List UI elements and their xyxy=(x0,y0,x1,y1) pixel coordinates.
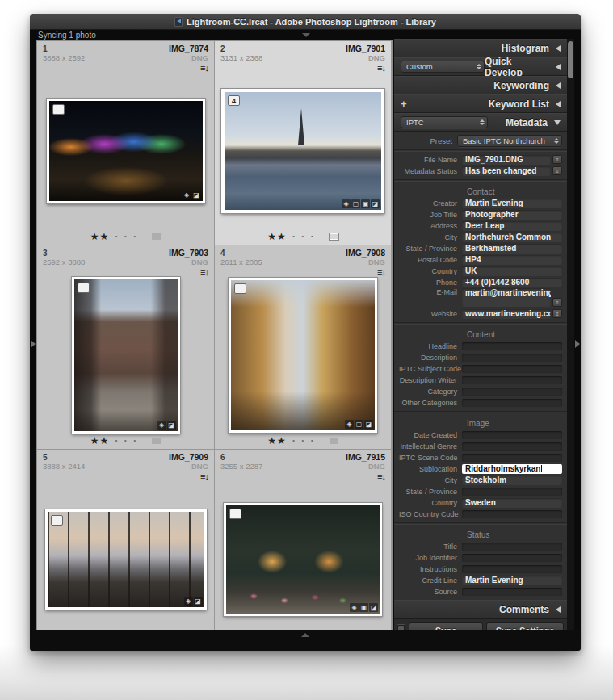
metadata-field-value[interactable] xyxy=(462,442,562,451)
panel-header-quick-develop[interactable]: Custom Quick Develop xyxy=(394,57,567,76)
quick-develop-preset-dropdown[interactable]: Custom xyxy=(401,61,485,73)
expand-left-panel-icon[interactable] xyxy=(31,340,36,348)
grid-cell[interactable]: 1 IMG_7874 3888 x 2592 DNG ≡↓ ◈◪ ★★ ··· xyxy=(37,41,215,245)
color-label-badge[interactable] xyxy=(152,233,161,240)
panel-header-metadata[interactable]: IPTC Metadata xyxy=(394,113,567,132)
rating-dots[interactable]: ··· xyxy=(115,233,142,241)
metadata-sync-icon[interactable]: ≡↓ xyxy=(200,472,208,481)
metadata-field-value[interactable] xyxy=(462,431,562,439)
metadata-sync-icon[interactable]: ≡↓ xyxy=(377,267,385,277)
crop-badge-icon[interactable]: ▢ xyxy=(351,199,360,208)
metadata-field-value[interactable] xyxy=(462,365,562,373)
field-action-button[interactable]: ≡ xyxy=(552,166,562,175)
field-action-button[interactable]: ≡ xyxy=(552,298,562,307)
metadata-field-value[interactable]: Sweden xyxy=(462,498,562,508)
develop-badge-icon[interactable]: ◪ xyxy=(371,199,380,208)
grid-cell[interactable]: 4 IMG_7908 2611 x 2005 DNG ≡↓ ◈▢◪ ★★ ··· xyxy=(215,245,392,450)
metadata-field-value[interactable]: Martin Evening xyxy=(462,199,562,208)
metadata-field-value[interactable] xyxy=(462,543,562,551)
rating-row[interactable]: ★★ ··· xyxy=(37,434,214,446)
photo-thumbnail[interactable]: ◈▣◪ xyxy=(226,505,380,614)
rating-stars[interactable]: ★★ xyxy=(267,231,287,242)
keywords-badge-icon[interactable]: ◈ xyxy=(184,597,193,606)
panel-scrollbar-thumb[interactable] xyxy=(568,41,573,78)
photo-thumbnail[interactable]: ◈◪ xyxy=(49,101,203,201)
rating-dots[interactable]: ··· xyxy=(292,437,320,445)
metadata-field-value[interactable] xyxy=(462,454,562,462)
keywords-badge-icon[interactable]: ◈ xyxy=(157,421,166,430)
metadata-sync-icon[interactable]: ≡↓ xyxy=(377,472,385,481)
color-label-badge[interactable] xyxy=(330,438,338,444)
grid-cell[interactable]: 2 IMG_7901 3131 x 2368 DNG ≡↓ 4 ◈▢▣◪ ★★ … xyxy=(215,41,392,245)
keywords-badge-icon[interactable]: ◈ xyxy=(183,191,191,199)
collapse-bottom-panel-icon[interactable] xyxy=(301,633,309,637)
stack-count-badge[interactable] xyxy=(51,515,63,526)
keywords-badge-icon[interactable]: ◈ xyxy=(350,603,359,612)
metadata-field-value[interactable]: +44 (0)1442 8600 xyxy=(462,278,562,287)
metadata-field-value[interactable]: HP4 xyxy=(462,255,562,265)
panel-header-keyword-list[interactable]: + Keyword List xyxy=(394,94,567,113)
metadata-field-value[interactable] xyxy=(462,554,562,562)
develop-badge-icon[interactable]: ◪ xyxy=(364,420,373,429)
metadata-field-value[interactable]: Deer Leap xyxy=(462,221,562,231)
metadata-field-value[interactable]: Riddarholmskyrkan xyxy=(462,464,562,474)
metadata-preset-dropdown[interactable]: Basic IPTC Northchurch xyxy=(457,135,562,147)
photo-thumbnail[interactable]: ◈▢◪ xyxy=(231,280,375,430)
metadata-field-value[interactable]: IMG_7901.DNG xyxy=(462,155,551,165)
metadata-field-value[interactable]: Northchurch Common xyxy=(462,233,562,242)
grid-cell[interactable]: 3 IMG_7903 2592 x 3888 DNG ≡↓ ◈◪ ★★ ··· xyxy=(37,245,215,450)
photo-thumbnail[interactable]: 4 ◈▢▣◪ xyxy=(225,92,381,210)
panel-scrollbar[interactable] xyxy=(567,39,574,640)
keywords-badge-icon[interactable]: ◈ xyxy=(345,420,354,429)
metadata-field-value[interactable]: UK xyxy=(462,266,562,276)
metadata-field-value[interactable] xyxy=(462,354,562,362)
expand-right-panel-icon[interactable] xyxy=(575,340,580,348)
photo-thumbnail[interactable]: ◈◪ xyxy=(74,279,178,431)
metadata-field-value[interactable]: martin@martinevening.com xyxy=(462,288,551,307)
stack-count-badge[interactable] xyxy=(229,509,241,519)
metadata-sync-icon[interactable]: ≡↓ xyxy=(377,63,385,73)
add-keyword-button[interactable]: + xyxy=(401,98,407,110)
grid-cell[interactable]: 5 IMG_7909 3888 x 2414 DNG ≡↓ ◈◪ xyxy=(37,450,215,640)
panel-header-comments[interactable]: Comments xyxy=(394,600,567,618)
metadata-sync-icon[interactable]: ≡↓ xyxy=(200,63,208,73)
color-label-badge[interactable] xyxy=(152,438,161,444)
field-action-button[interactable]: ≡ xyxy=(552,309,562,318)
rating-stars[interactable]: ★★ xyxy=(90,435,110,446)
metadata-field-value[interactable]: Martin Evening xyxy=(462,576,562,585)
keywords-badge-icon[interactable]: ◈ xyxy=(342,199,351,208)
metadata-field-value[interactable] xyxy=(462,388,562,396)
develop-badge-icon[interactable]: ◪ xyxy=(194,597,203,606)
rating-row[interactable]: ★★ ··· xyxy=(37,230,214,242)
metadata-field-value[interactable]: Has been changed xyxy=(462,166,551,176)
title-bar[interactable]: Lightroom-CC.lrcat - Adobe Photoshop Lig… xyxy=(30,14,581,30)
metadata-field-value[interactable] xyxy=(462,510,562,518)
photo-thumbnail[interactable]: ◈◪ xyxy=(48,512,204,607)
rating-stars[interactable]: ★★ xyxy=(267,435,287,446)
develop-badge-icon[interactable]: ◪ xyxy=(192,191,201,199)
rating-row[interactable]: ★★ ··· xyxy=(215,434,391,446)
collection-badge-icon[interactable]: ▣ xyxy=(359,603,368,612)
metadata-sync-icon[interactable]: ≡↓ xyxy=(200,267,208,277)
stack-count-badge[interactable] xyxy=(52,104,65,115)
metadata-field-value[interactable] xyxy=(462,376,562,384)
metadata-field-value[interactable]: Photographer xyxy=(462,210,562,220)
stack-count-badge[interactable] xyxy=(78,283,90,293)
collapse-top-panel-icon[interactable] xyxy=(302,33,310,37)
develop-badge-icon[interactable]: ◪ xyxy=(369,603,378,612)
metadata-field-value[interactable] xyxy=(462,342,562,350)
stack-count-badge[interactable]: 4 xyxy=(228,95,240,106)
metadata-field-value[interactable] xyxy=(462,588,562,596)
grid-cell[interactable]: 6 IMG_7915 3255 x 2287 DNG ≡↓ ◈▣◪ xyxy=(215,450,392,640)
rating-dots[interactable]: ··· xyxy=(115,437,142,445)
rating-dots[interactable]: ··· xyxy=(292,233,320,241)
metadata-field-value[interactable]: Stockholm xyxy=(462,476,562,485)
metadata-field-value[interactable]: Berkhamsted xyxy=(462,244,562,254)
stack-count-badge[interactable] xyxy=(234,283,246,294)
panel-header-keywording[interactable]: Keywording xyxy=(394,76,567,94)
metadata-view-dropdown[interactable]: IPTC xyxy=(401,116,488,128)
metadata-field-value[interactable] xyxy=(462,488,562,496)
field-action-button[interactable]: ≡ xyxy=(552,155,562,164)
metadata-field-value[interactable] xyxy=(462,399,562,407)
metadata-field-value[interactable] xyxy=(462,565,562,573)
